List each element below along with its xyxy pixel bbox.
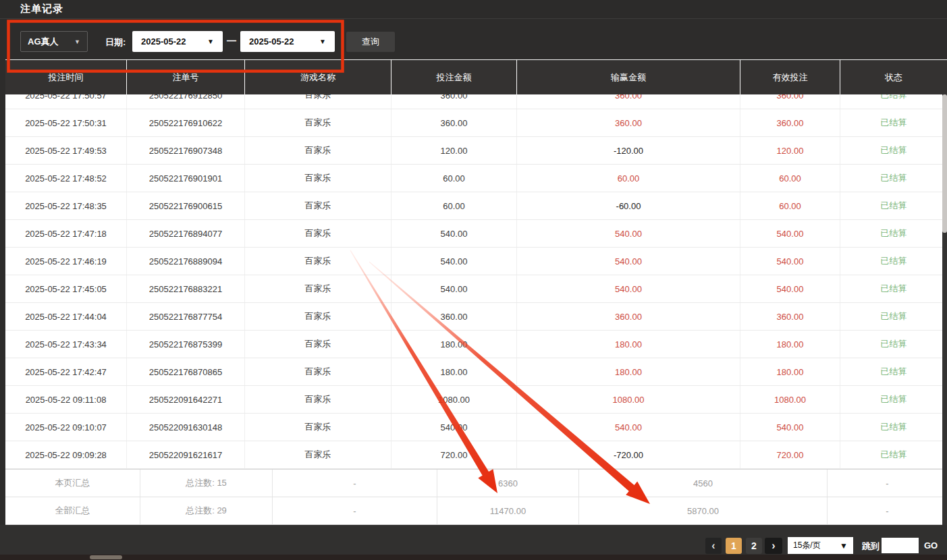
cell-game-name: 百家乐 — [245, 414, 391, 441]
cell-valid-bet: 1080.00 — [740, 386, 840, 413]
cell-valid-bet: 540.00 — [740, 248, 840, 275]
table-row: 2025-05-22 09:10:07250522091630148百家乐540… — [5, 414, 947, 441]
cell-bet-time: 2025-05-22 17:42:47 — [5, 358, 127, 385]
date-to-select[interactable]: 2025-05-22 ▼ — [240, 31, 335, 52]
cell-order-no: 250522176900615 — [127, 192, 245, 219]
cell-game-name: 百家乐 — [245, 275, 391, 302]
vertical-scrollbar-thumb[interactable] — [942, 94, 947, 233]
cell-status: 已结算 — [840, 414, 947, 441]
date-from-select[interactable]: 2025-05-22 ▼ — [132, 31, 223, 52]
go-button[interactable]: GO — [924, 540, 938, 551]
page-size-select[interactable]: 15条/页 ▼ — [788, 537, 853, 554]
column-header-status: 状态 — [840, 60, 947, 94]
cell-winloss-amount: 360.00 — [517, 94, 740, 109]
cell-order-no: 250522091642271 — [127, 386, 245, 413]
summary-status: - — [828, 470, 947, 497]
cell-status: 已结算 — [840, 358, 947, 385]
vertical-scrollbar[interactable] — [942, 94, 947, 525]
cell-winloss-amount: 360.00 — [517, 303, 740, 330]
cell-game-name: 百家乐 — [245, 165, 391, 192]
table-row: 2025-05-22 17:50:31250522176910622百家乐360… — [5, 109, 947, 137]
cell-winloss-amount: 180.00 — [517, 331, 740, 358]
horizontal-scrollbar[interactable] — [0, 555, 947, 560]
cell-game-name: 百家乐 — [245, 220, 391, 247]
chevron-down-icon: ▼ — [207, 38, 214, 45]
table-row: 2025-05-22 09:09:28250522091621617百家乐720… — [5, 441, 947, 469]
summary-game: - — [273, 470, 437, 497]
cell-bet-time: 2025-05-22 17:43:34 — [5, 331, 127, 358]
cell-bet-time: 2025-05-22 09:10:07 — [5, 414, 127, 441]
cell-bet-time: 2025-05-22 17:49:53 — [5, 137, 127, 164]
cell-valid-bet: 540.00 — [740, 275, 840, 302]
pagination-bar: ‹ 1 2 › 15条/页 ▼ 跳到 GO — [0, 525, 947, 555]
next-page-button[interactable]: › — [765, 538, 782, 554]
summary-bet-count: 总注数: 29 — [140, 497, 273, 524]
cell-order-no: 250522176883221 — [127, 275, 245, 302]
cell-bet-amount: 360.00 — [391, 94, 517, 109]
table-row: 2025-05-22 17:48:52250522176901901百家乐60.… — [5, 165, 947, 192]
cell-status: 已结算 — [840, 137, 947, 164]
chevron-down-icon: ▼ — [840, 541, 848, 551]
query-button[interactable]: 查询 — [346, 32, 395, 52]
page-title: 注单记录 — [20, 3, 63, 16]
cell-status: 已结算 — [840, 331, 947, 358]
cell-bet-amount: 360.00 — [391, 109, 517, 136]
cell-order-no: 250522091630148 — [127, 414, 245, 441]
summary-bet-total: 11470.00 — [437, 497, 579, 524]
cell-status: 已结算 — [840, 220, 947, 247]
summary-row-all: 全部汇总 总注数: 29 - 11470.00 5870.00 - — [5, 497, 947, 525]
cell-valid-bet: 540.00 — [740, 414, 840, 441]
cell-bet-amount: 180.00 — [391, 358, 517, 385]
table-row: 2025-05-22 17:48:35250522176900615百家乐60.… — [5, 192, 947, 220]
cell-winloss-amount: 180.00 — [517, 358, 740, 385]
cell-bet-time: 2025-05-22 17:47:18 — [5, 220, 127, 247]
platform-select[interactable]: AG真人 ▼ — [20, 31, 88, 52]
cell-valid-bet: 180.00 — [740, 331, 840, 358]
cell-winloss-amount: -720.00 — [517, 441, 740, 468]
cell-bet-amount: 120.00 — [391, 137, 517, 164]
cell-valid-bet: 540.00 — [740, 220, 840, 247]
page-size-value: 15条/页 — [793, 540, 821, 551]
summary-bet-count: 总注数: 15 — [140, 470, 273, 497]
cell-order-no: 250522176889094 — [127, 248, 245, 275]
cell-valid-bet: 360.00 — [740, 303, 840, 330]
cell-bet-time: 2025-05-22 17:48:52 — [5, 165, 127, 192]
cell-game-name: 百家乐 — [245, 358, 391, 385]
cell-status: 已结算 — [840, 109, 947, 136]
cell-game-name: 百家乐 — [245, 441, 391, 468]
cell-order-no: 250522176912850 — [127, 94, 245, 109]
date-from-value: 2025-05-22 — [141, 36, 186, 47]
cell-winloss-amount: -120.00 — [517, 137, 740, 164]
cell-bet-time: 2025-05-22 17:50:57 — [5, 94, 127, 109]
cell-order-no: 250522176901901 — [127, 165, 245, 192]
summary-game: - — [273, 497, 437, 524]
summary-bet-total: 6360 — [437, 470, 579, 497]
cell-valid-bet: 360.00 — [740, 94, 840, 109]
cell-winloss-amount: 540.00 — [517, 275, 740, 302]
table-row: 2025-05-22 17:50:57250522176912850百家乐360… — [5, 94, 947, 109]
cell-bet-time: 2025-05-22 17:46:19 — [5, 248, 127, 275]
cell-bet-amount: 1080.00 — [391, 386, 517, 413]
horizontal-scrollbar-thumb[interactable] — [90, 555, 122, 559]
cell-bet-time: 2025-05-22 17:44:04 — [5, 303, 127, 330]
cell-winloss-amount: 540.00 — [517, 414, 740, 441]
cell-bet-time: 2025-05-22 17:45:05 — [5, 275, 127, 302]
cell-bet-time: 2025-05-22 09:11:08 — [5, 386, 127, 413]
cell-status: 已结算 — [840, 441, 947, 468]
cell-order-no: 250522176875399 — [127, 331, 245, 358]
table-row: 2025-05-22 17:45:05250522176883221百家乐540… — [5, 275, 947, 303]
cell-bet-amount: 60.00 — [391, 192, 517, 219]
cell-order-no: 250522176894077 — [127, 220, 245, 247]
cell-order-no: 250522176907348 — [127, 137, 245, 164]
table-body: 2025-05-22 17:50:57250522176912850百家乐360… — [5, 94, 947, 469]
jump-to-input[interactable] — [882, 538, 919, 553]
cell-order-no: 250522176877754 — [127, 303, 245, 330]
page-button-2[interactable]: 2 — [746, 538, 762, 554]
date-to-value: 2025-05-22 — [249, 36, 294, 47]
page-button-1[interactable]: 1 — [726, 538, 742, 554]
prev-page-button[interactable]: ‹ — [705, 538, 722, 554]
cell-winloss-amount: 60.00 — [517, 165, 740, 192]
cell-game-name: 百家乐 — [245, 109, 391, 136]
table-row: 2025-05-22 17:42:47250522176870865百家乐180… — [5, 358, 947, 386]
cell-status: 已结算 — [840, 192, 947, 219]
